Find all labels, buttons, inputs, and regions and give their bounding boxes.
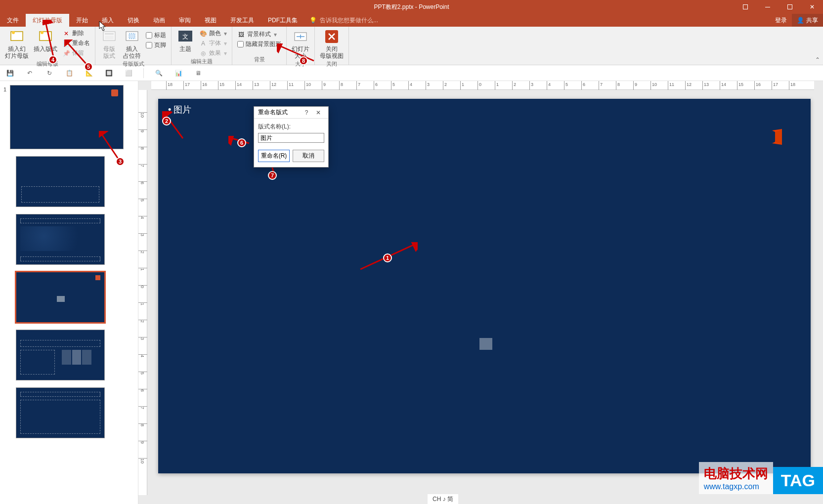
colors-label: 颜色 [209, 29, 221, 38]
title-bar: PPT教程2.pptx - PowerPoint [0, 0, 823, 14]
watermark-line2: www.tagxp.com [704, 482, 768, 491]
colors-icon: 🎨 [199, 30, 207, 38]
tab-review[interactable]: 审阅 [172, 14, 198, 27]
qat-btn-4[interactable]: ⬜ [124, 68, 133, 78]
thumb-logo-icon [111, 89, 118, 96]
delete-icon: ✕ [62, 30, 70, 38]
qat-btn-1[interactable]: 📋 [64, 68, 74, 78]
themes-label: 主题 [179, 45, 191, 52]
layout-thumbnail-2[interactable] [16, 214, 105, 265]
delete-button[interactable]: ✕删除 [60, 29, 92, 38]
dialog-title: 重命名版式 [258, 108, 301, 117]
layout-thumbnail-1[interactable] [16, 156, 105, 207]
thumb-number-1: 1 [3, 86, 6, 92]
title-checkbox-label: 标题 [154, 31, 166, 40]
marker-2: 2 [162, 117, 171, 126]
svg-point-1 [12, 31, 15, 34]
ribbon: 插入幻 灯片母版 插入版式 ✕删除 📝重命名 📌保留 编辑母版 母版 版式 插入… [0, 27, 823, 65]
fonts-button[interactable]: A字体▾ [197, 39, 229, 48]
hide-bg-checkbox[interactable]: 隐藏背景图形 [235, 40, 283, 49]
footers-checkbox[interactable]: 页脚 [144, 41, 168, 50]
vertical-ruler[interactable]: 10987654321012345678910 [138, 90, 147, 495]
bg-styles-label: 背景样式 [247, 30, 271, 39]
undo-icon[interactable]: ↶ [25, 68, 35, 78]
insert-slide-master-button[interactable]: 插入幻 灯片母版 [3, 28, 31, 60]
arrow-8 [277, 43, 316, 63]
mouse-cursor-icon [99, 21, 107, 32]
slide-size-icon [293, 29, 308, 44]
svg-rect-8 [129, 34, 135, 39]
dialog-rename-button[interactable]: 重命名(R) [258, 150, 290, 162]
tab-devtools[interactable]: 开发工具 [223, 14, 261, 27]
qat-btn-3[interactable]: 🔲 [104, 68, 114, 78]
layout-name-label: 版式名称(L): [258, 123, 324, 131]
save-icon[interactable]: 💾 [5, 68, 15, 78]
hide-bg-label: 隐藏背景图形 [246, 40, 281, 48]
svg-rect-5 [105, 33, 114, 35]
ribbon-options-icon[interactable] [734, 0, 756, 14]
collapse-ribbon-icon[interactable]: ⌃ [815, 56, 820, 63]
tab-view[interactable]: 视图 [198, 14, 223, 27]
group-edit-theme: 文 主题 🎨颜色▾ A字体▾ ◎效果▾ 编辑主题 [172, 27, 232, 65]
title-checkbox[interactable]: 标题 [144, 31, 168, 40]
themes-button[interactable]: 文 主题 [174, 28, 196, 53]
bg-styles-button[interactable]: 🖼背景样式▾ [235, 30, 283, 39]
insert-placeholder-button[interactable]: 插入 占位符 [121, 28, 143, 60]
insert-placeholder-label: 插入 占位符 [123, 45, 141, 59]
layout-thumbnail-4[interactable] [16, 330, 105, 380]
close-master-button[interactable]: 关闭 母版视图 [318, 28, 346, 60]
watermark-tag: TAG [773, 467, 823, 494]
tab-animations[interactable]: 动画 [146, 14, 172, 27]
dialog-help-icon[interactable]: ? [301, 107, 312, 119]
picture-placeholder-icon[interactable] [479, 338, 492, 350]
svg-rect-6 [105, 36, 114, 40]
layout-thumbnail-5[interactable] [16, 387, 105, 438]
share-button[interactable]: 👤共享 [792, 14, 823, 27]
lightbulb-icon: 💡 [309, 17, 317, 24]
layout-thumbnail-3-selected[interactable] [16, 272, 105, 323]
marker-5: 5 [84, 62, 93, 71]
layout-name-input[interactable] [258, 133, 324, 143]
effects-button[interactable]: ◎效果▾ [197, 48, 229, 58]
insert-slide-master-label: 插入幻 灯片母版 [5, 45, 29, 59]
themes-icon: 文 [177, 29, 193, 44]
slide-canvas[interactable]: 图片 重命名版式 ? ✕ 版式名称(L): 重命名(R) 取消 [158, 99, 811, 473]
restore-button[interactable] [779, 0, 801, 14]
minimize-button[interactable] [756, 0, 779, 14]
qat-btn-7[interactable]: 🖥 [193, 68, 203, 78]
group-close: 关闭 母版视图 关闭 [315, 27, 349, 65]
login-button[interactable]: 登录 [770, 14, 792, 27]
close-window-button[interactable] [801, 0, 823, 14]
dialog-close-icon[interactable]: ✕ [312, 107, 324, 119]
svg-line-17 [45, 22, 53, 57]
arrow-2 [162, 111, 186, 141]
status-ime[interactable]: CH ♪ 简 [428, 494, 458, 504]
colors-button[interactable]: 🎨颜色▾ [197, 29, 229, 38]
horizontal-ruler[interactable]: 1817161514131211109876543210123456789101… [151, 81, 814, 90]
svg-line-18 [66, 42, 87, 64]
group-master-layout: 母版 版式 插入 占位符 标题 页脚 母版版式 [95, 27, 172, 65]
share-label: 共享 [806, 16, 818, 25]
tab-home[interactable]: 开始 [69, 14, 95, 27]
qat-btn-5[interactable]: 🔍 [154, 68, 164, 78]
window-title: PPT教程2.pptx - PowerPoint [374, 3, 449, 11]
watermark: 电脑技术网 www.tagxp.com TAG [699, 462, 823, 494]
close-master-icon [324, 29, 340, 44]
group-background-label: 背景 [235, 56, 283, 64]
window-buttons [734, 0, 823, 14]
tell-me[interactable]: 💡 告诉我您想要做什么... [309, 14, 378, 27]
redo-icon[interactable]: ↻ [44, 68, 54, 78]
placeholder-icon [124, 29, 140, 44]
master-layout-button[interactable]: 母版 版式 [98, 28, 120, 60]
tab-pdf[interactable]: PDF工具集 [261, 14, 304, 27]
arrow-4 [43, 20, 57, 59]
group-edit-theme-label: 编辑主题 [174, 58, 229, 66]
dialog-cancel-button[interactable]: 取消 [293, 150, 324, 162]
marker-6: 6 [237, 138, 246, 147]
qat-btn-6[interactable]: 📊 [173, 68, 183, 78]
tab-file[interactable]: 文件 [0, 14, 26, 27]
thumb-logo-icon [95, 275, 100, 280]
rename-layout-dialog: 重命名版式 ? ✕ 版式名称(L): 重命名(R) 取消 [254, 106, 329, 168]
svg-line-20 [279, 45, 314, 61]
tab-transitions[interactable]: 切换 [121, 14, 146, 27]
